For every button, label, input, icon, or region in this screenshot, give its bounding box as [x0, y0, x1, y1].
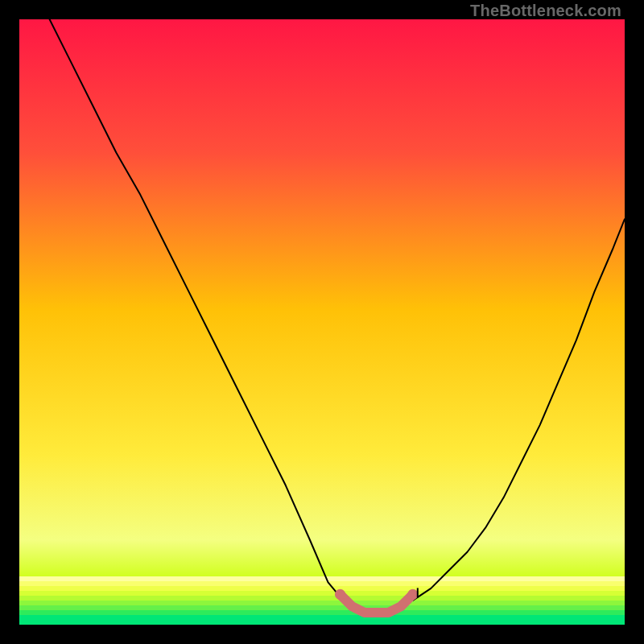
bottom-stripe — [19, 601, 625, 605]
bottom-stripe — [19, 620, 625, 625]
series-bottom-highlight-endcap — [335, 589, 345, 600]
bottom-stripe — [19, 596, 625, 601]
chart-background — [19, 19, 625, 625]
bottom-stripe — [19, 591, 625, 596]
attribution-text: TheBottleneck.com — [470, 2, 621, 20]
bottom-stripe — [19, 576, 625, 581]
bottom-stripe — [19, 610, 625, 615]
bottom-stripe — [19, 605, 625, 610]
bottleneck-chart — [19, 19, 625, 625]
series-bottom-highlight-endcap — [407, 589, 418, 600]
bottom-stripe — [19, 615, 625, 620]
bottom-stripe — [19, 581, 625, 586]
bottom-stripe — [19, 586, 625, 591]
chart-frame — [19, 19, 625, 625]
